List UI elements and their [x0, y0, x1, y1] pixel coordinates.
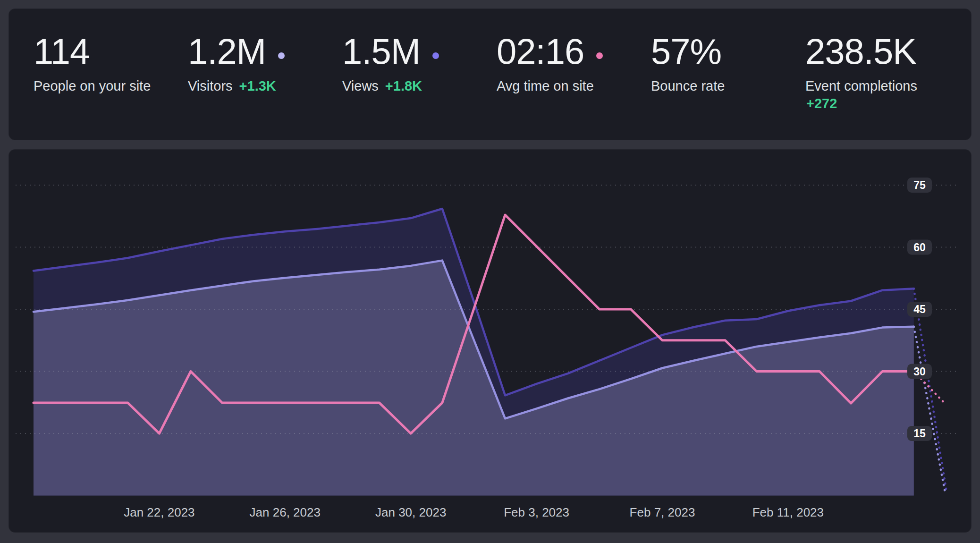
avg-time-series-dot — [596, 52, 603, 59]
stat-event-completions[interactable]: 238.5K Event completions +272 — [805, 33, 960, 111]
svg-text:Feb 11, 2023: Feb 11, 2023 — [752, 505, 824, 519]
svg-text:Feb 7, 2023: Feb 7, 2023 — [630, 505, 695, 519]
views-series-dot — [432, 52, 439, 59]
bounce-rate-value: 57% — [651, 33, 721, 70]
svg-text:60: 60 — [913, 241, 926, 254]
svg-text:Jan 30, 2023: Jan 30, 2023 — [375, 505, 446, 519]
traffic-chart-canvas[interactable]: 1530456075 Jan 22, 2023Jan 26, 2023Jan 3… — [9, 150, 972, 533]
stat-avg-time[interactable]: 02:16 Avg time on site — [497, 33, 651, 111]
bounce-rate-label: Bounce rate — [651, 78, 725, 93]
svg-text:45: 45 — [913, 303, 926, 315]
views-value: 1.5M — [342, 33, 420, 70]
traffic-chart-card: 1530456075 Jan 22, 2023Jan 26, 2023Jan 3… — [8, 149, 972, 533]
visitors-value: 1.2M — [188, 33, 266, 70]
svg-text:Jan 26, 2023: Jan 26, 2023 — [250, 505, 321, 519]
views-label: Views — [342, 78, 379, 93]
x-axis-date-labels: Jan 22, 2023Jan 26, 2023Jan 30, 2023Feb … — [124, 505, 824, 519]
stats-row: 114 People on your site 1.2M Visitors+1.… — [9, 9, 971, 111]
visitors-delta: +1.3K — [239, 78, 276, 93]
stat-bounce-rate[interactable]: 57% Bounce rate — [651, 33, 805, 111]
stat-people-on-site[interactable]: 114 People on your site — [34, 33, 188, 111]
views-delta: +1.8K — [385, 78, 422, 93]
svg-text:15: 15 — [913, 427, 926, 440]
people-on-site-label: People on your site — [34, 78, 151, 93]
event-completions-label: Event completions — [805, 78, 917, 93]
visitors-area — [34, 261, 914, 496]
event-completions-delta: +272 — [806, 95, 960, 111]
svg-text:75: 75 — [913, 179, 926, 191]
svg-text:Feb 3, 2023: Feb 3, 2023 — [504, 505, 569, 519]
stat-visitors[interactable]: 1.2M Visitors+1.3K — [188, 33, 342, 111]
svg-text:30: 30 — [913, 365, 926, 378]
chart-area-fills — [34, 209, 914, 496]
svg-text:Jan 22, 2023: Jan 22, 2023 — [124, 505, 194, 519]
chart-dotted-projections — [914, 288, 947, 493]
visitors-label: Visitors — [188, 78, 233, 93]
avg-time-label: Avg time on site — [497, 78, 594, 93]
stats-summary-card: 114 People on your site 1.2M Visitors+1.… — [8, 8, 972, 140]
avg-time-value: 02:16 — [497, 33, 584, 70]
people-on-site-value: 114 — [34, 33, 89, 70]
visitors-series-dot — [278, 52, 285, 59]
stat-views[interactable]: 1.5M Views+1.8K — [342, 33, 497, 111]
event-completions-value: 238.5K — [805, 33, 916, 70]
